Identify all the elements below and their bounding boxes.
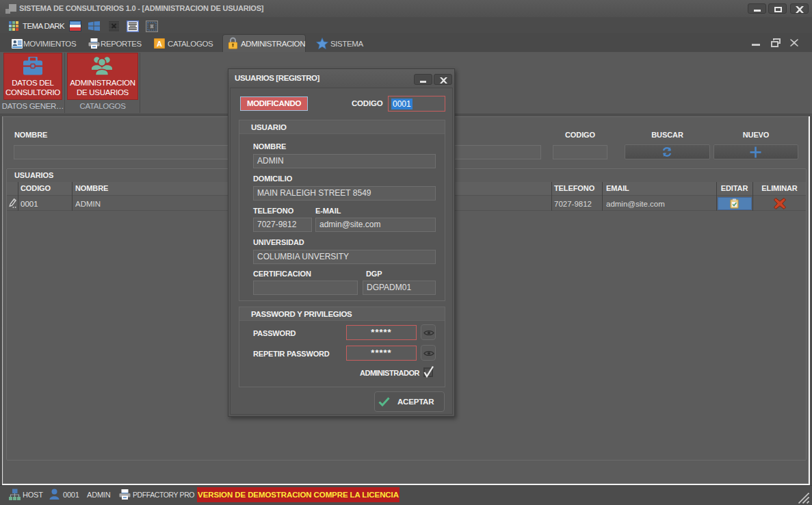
svg-text:A: A	[157, 40, 162, 48]
